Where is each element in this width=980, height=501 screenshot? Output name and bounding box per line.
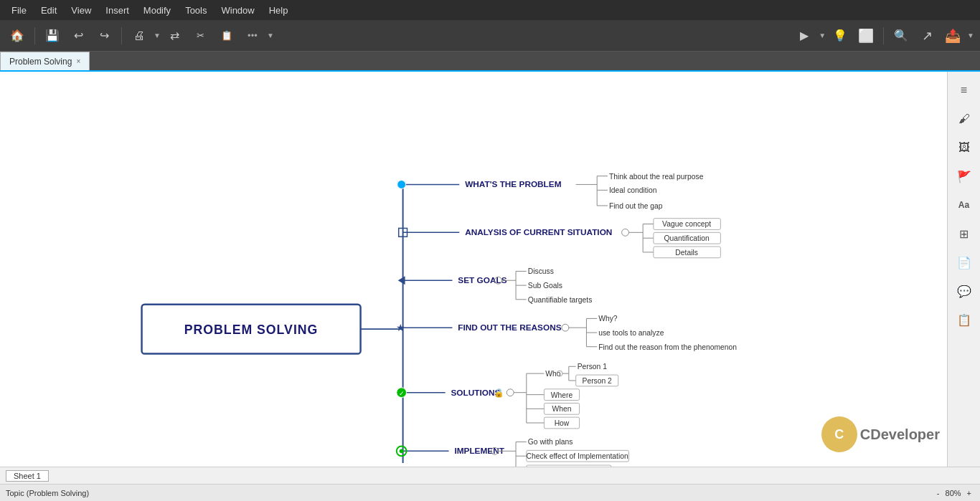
more-dropdown[interactable]: ▼ [267,32,274,39]
b1-leaf3: Find out the gap [609,202,663,210]
b4-leaf1: Why? [598,315,618,323]
print-button[interactable]: 🖨 [128,24,151,47]
branch2-label: ANALYSIS OF CURRENT SITUATION [465,227,612,237]
tab-label: Problem Solving [9,57,72,67]
redo-button[interactable]: ↪ [93,24,116,47]
zoom-controls: - 80% + [934,489,974,497]
home-button[interactable]: 🏠 [6,24,29,47]
flag-icon[interactable]: 🚩 [951,163,977,189]
image-icon[interactable]: 🖼 [951,135,977,161]
b6-leaf1: Go with plans [528,438,573,446]
zoom-out-button[interactable]: - [934,489,943,497]
tab-bar: Problem Solving × [0,52,980,72]
export-dropdown[interactable]: ▼ [967,32,974,39]
paint-icon[interactable]: 🖌 [951,106,977,132]
b5-how: How [555,419,570,427]
central-node-text: PROBLEM SOLVING [184,323,319,337]
main-area: PROBLEM SOLVING WHAT'S THE PROBLEM Think… [0,72,980,467]
save-button[interactable]: 💾 [41,24,64,47]
svg-point-4 [397,181,406,189]
svg-rect-67 [527,465,611,467]
present-dropdown[interactable]: ▼ [819,32,826,39]
search-button[interactable]: 🔍 [890,24,913,47]
menu-tools[interactable]: Tools [179,4,212,17]
menu-modify[interactable]: Modify [138,4,176,17]
right-panel: ≡ 🖌 🖼 🚩 Aa ⊞ 📄 💬 📋 [947,72,980,467]
format-button[interactable]: ⇄ [164,24,187,47]
topic-status: Topic (Problem Solving) [6,489,89,497]
b4-leaf2: use tools to analyze [598,329,664,337]
grid-icon[interactable]: ⊞ [951,221,977,247]
b3-leaf1: Discuss [528,267,554,275]
menu-help[interactable]: Help [263,4,294,17]
b1-leaf2: Ideal condition [609,186,657,194]
b4-leaf3: Find out the reason from the phenomenon [598,343,737,351]
b3-leaf2: Sub Goals [528,282,562,290]
list-icon[interactable]: ≡ [951,77,977,103]
more-button[interactable]: ••• [241,24,264,47]
clipboard-icon[interactable]: 📋 [951,307,977,333]
undo-button[interactable]: ↩ [67,24,90,47]
menu-file[interactable]: File [6,4,32,17]
problem-solving-tab[interactable]: Problem Solving × [0,52,90,70]
b3-leaf3: Quantifiable targets [528,296,593,304]
branch4-label: FIND OUT THE REASONS [458,323,561,333]
watermark: C CDeveloper [821,416,940,452]
sep1 [34,27,35,44]
branch6-label: IMPLEMENT [454,446,504,456]
svg-text:✓: ✓ [399,390,405,397]
table-button[interactable]: ⬜ [854,24,877,47]
svg-point-31 [562,324,569,331]
bottom-bar: Sheet 1 [0,467,980,484]
print-dropdown[interactable]: ▼ [154,32,161,39]
b5-person2: Person 2 [583,377,613,385]
cut-button[interactable]: ✂ [189,24,212,47]
sheet1-tab[interactable]: Sheet 1 [6,470,49,482]
toolbar: 🏠 💾 ↩ ↪ 🖨 ▼ ⇄ ✂ 📋 ••• ▼ ▶ ▼ 💡 ⬜ 🔍 ↗ 📤 ▼ [0,20,980,52]
svg-point-59 [400,449,404,453]
sep2 [121,27,122,44]
branch1-label: WHAT'S THE PROBLEM [465,179,561,189]
note-icon[interactable]: 📄 [951,249,977,275]
b2-leaf2: Quantification [664,234,710,242]
menu-bar: File Edit View Insert Modify Tools Windo… [0,0,980,20]
chat-icon[interactable]: 💬 [951,278,977,304]
mindmap-svg: PROBLEM SOLVING WHAT'S THE PROBLEM Think… [0,72,947,467]
svg-marker-22 [398,276,405,285]
canvas[interactable]: PROBLEM SOLVING WHAT'S THE PROBLEM Think… [0,72,947,467]
b1-leaf1: Think about the real purpose [609,173,704,181]
watermark-text: CDeveloper [860,426,940,443]
tab-close-button[interactable]: × [76,57,80,65]
b6-leaf2: Check effect of Implementation [527,452,628,460]
font-icon[interactable]: Aa [951,192,977,218]
lightbulb-button[interactable]: 💡 [829,24,852,47]
b5-person1: Person 1 [578,363,608,371]
menu-view[interactable]: View [65,4,97,17]
export-button[interactable]: 📤 [941,24,964,47]
present-button[interactable]: ▶ [793,24,816,47]
b5-when: When [552,405,571,413]
svg-point-12 [622,229,629,236]
svg-point-41 [507,389,514,396]
menu-window[interactable]: Window [215,4,260,17]
b2-leaf1: Vague concept [662,220,711,228]
sep3 [883,27,884,44]
b2-leaf3: Details [675,249,698,257]
menu-edit[interactable]: Edit [35,4,62,17]
svg-text:🔒: 🔒 [494,388,504,398]
menu-insert[interactable]: Insert [100,4,135,17]
watermark-logo: C [821,416,857,452]
svg-text:★: ★ [396,323,405,333]
status-bar: Topic (Problem Solving) - 80% + [0,484,980,501]
paste-button[interactable]: 📋 [215,24,238,47]
b5-where: Where [551,391,573,399]
share-button[interactable]: ↗ [915,24,938,47]
zoom-level: 80% [946,489,961,497]
zoom-in-button[interactable]: + [964,489,974,497]
